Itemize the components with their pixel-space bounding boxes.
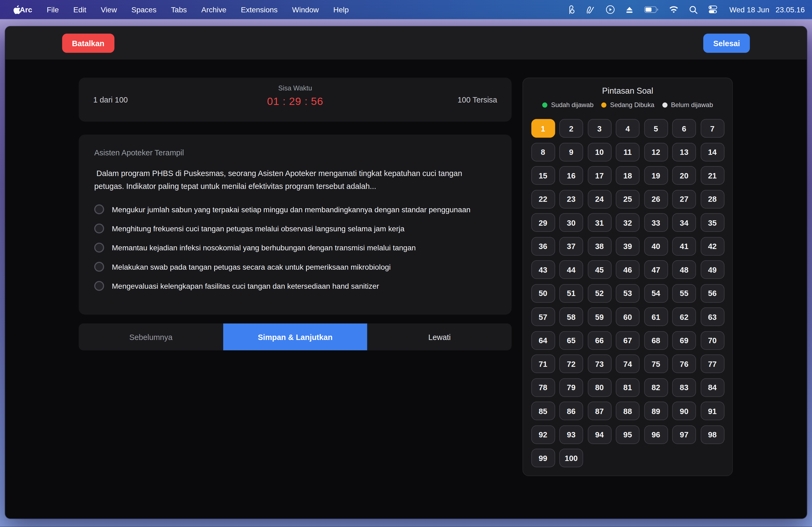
question-cell-71[interactable]: 71 (531, 355, 555, 373)
radio-button[interactable] (94, 262, 104, 272)
question-cell-57[interactable]: 57 (531, 307, 555, 326)
question-cell-78[interactable]: 78 (531, 378, 555, 396)
wifi-icon[interactable] (669, 6, 679, 13)
question-cell-24[interactable]: 24 (588, 190, 611, 208)
radio-button[interactable] (94, 243, 104, 253)
control-center-icon[interactable] (709, 5, 717, 14)
question-cell-42[interactable]: 42 (700, 237, 724, 255)
battery-icon[interactable] (644, 6, 658, 13)
previous-button[interactable]: Sebelumnya (79, 323, 223, 350)
question-cell-80[interactable]: 80 (588, 378, 611, 396)
save-continue-button[interactable]: Simpan & Lanjutkan (223, 323, 367, 350)
scribble-icon[interactable] (586, 5, 595, 14)
question-cell-67[interactable]: 67 (616, 331, 640, 349)
question-cell-79[interactable]: 79 (559, 378, 583, 396)
menu-archive[interactable]: Archive (201, 5, 226, 14)
question-cell-13[interactable]: 13 (672, 142, 696, 161)
question-cell-45[interactable]: 45 (588, 260, 611, 279)
question-cell-46[interactable]: 46 (616, 260, 640, 279)
question-cell-65[interactable]: 65 (559, 331, 583, 349)
question-cell-16[interactable]: 16 (559, 166, 583, 185)
question-cell-23[interactable]: 23 (559, 190, 583, 208)
question-cell-84[interactable]: 84 (700, 378, 724, 396)
question-cell-53[interactable]: 53 (616, 284, 640, 302)
question-cell-52[interactable]: 52 (588, 284, 611, 302)
question-cell-3[interactable]: 3 (588, 119, 611, 138)
answer-option-3[interactable]: Memantau kejadian infeksi nosokomial yan… (94, 238, 496, 257)
question-cell-66[interactable]: 66 (588, 331, 611, 349)
question-cell-6[interactable]: 6 (672, 119, 696, 138)
question-cell-99[interactable]: 99 (531, 449, 555, 467)
question-cell-47[interactable]: 47 (644, 260, 668, 279)
question-cell-35[interactable]: 35 (700, 213, 724, 232)
question-cell-68[interactable]: 68 (644, 331, 668, 349)
menu-app-name[interactable]: Arc (19, 5, 32, 14)
question-cell-69[interactable]: 69 (672, 331, 696, 349)
question-cell-22[interactable]: 22 (531, 190, 555, 208)
question-cell-75[interactable]: 75 (644, 355, 668, 373)
question-cell-51[interactable]: 51 (559, 284, 583, 302)
question-cell-91[interactable]: 91 (700, 402, 724, 420)
question-cell-88[interactable]: 88 (616, 402, 640, 420)
question-cell-19[interactable]: 19 (644, 166, 668, 185)
question-cell-12[interactable]: 12 (644, 142, 668, 161)
question-cell-18[interactable]: 18 (616, 166, 640, 185)
question-cell-93[interactable]: 93 (559, 425, 583, 443)
question-cell-56[interactable]: 56 (700, 284, 724, 302)
question-cell-54[interactable]: 54 (644, 284, 668, 302)
question-cell-95[interactable]: 95 (616, 425, 640, 443)
question-cell-8[interactable]: 8 (531, 142, 555, 161)
question-cell-55[interactable]: 55 (672, 284, 696, 302)
question-cell-97[interactable]: 97 (672, 425, 696, 443)
radio-button[interactable] (94, 224, 104, 234)
answer-option-1[interactable]: Mengukur jumlah sabun yang terpakai seti… (94, 200, 496, 219)
cancel-button[interactable]: Batalkan (62, 33, 114, 52)
question-cell-73[interactable]: 73 (588, 355, 611, 373)
question-cell-94[interactable]: 94 (588, 425, 611, 443)
menu-help[interactable]: Help (333, 5, 349, 14)
question-cell-28[interactable]: 28 (700, 190, 724, 208)
answer-option-5[interactable]: Mengevaluasi kelengkapan fasilitas cuci … (94, 276, 496, 296)
question-cell-14[interactable]: 14 (700, 142, 724, 161)
question-cell-7[interactable]: 7 (700, 119, 724, 138)
question-cell-9[interactable]: 9 (559, 142, 583, 161)
question-cell-77[interactable]: 77 (700, 355, 724, 373)
question-cell-33[interactable]: 33 (644, 213, 668, 232)
menu-extensions[interactable]: Extensions (241, 5, 278, 14)
skip-button[interactable]: Lewati (367, 323, 511, 350)
question-cell-100[interactable]: 100 (559, 449, 583, 467)
question-cell-83[interactable]: 83 (672, 378, 696, 396)
question-cell-11[interactable]: 11 (616, 142, 640, 161)
question-cell-1[interactable]: 1 (531, 119, 555, 138)
question-cell-2[interactable]: 2 (559, 119, 583, 138)
question-cell-40[interactable]: 40 (644, 237, 668, 255)
question-cell-17[interactable]: 17 (588, 166, 611, 185)
menu-file[interactable]: File (47, 5, 59, 14)
question-cell-92[interactable]: 92 (531, 425, 555, 443)
question-cell-76[interactable]: 76 (672, 355, 696, 373)
question-cell-61[interactable]: 61 (644, 307, 668, 326)
question-cell-87[interactable]: 87 (588, 402, 611, 420)
radio-button[interactable] (94, 205, 104, 214)
question-cell-41[interactable]: 41 (672, 237, 696, 255)
question-cell-48[interactable]: 48 (672, 260, 696, 279)
menu-tabs[interactable]: Tabs (171, 5, 187, 14)
question-cell-20[interactable]: 20 (672, 166, 696, 185)
question-cell-26[interactable]: 26 (644, 190, 668, 208)
question-cell-32[interactable]: 32 (616, 213, 640, 232)
search-icon[interactable] (690, 5, 698, 14)
question-cell-60[interactable]: 60 (616, 307, 640, 326)
question-cell-85[interactable]: 85 (531, 402, 555, 420)
menu-view[interactable]: View (101, 5, 117, 14)
answer-option-4[interactable]: Melakukan swab pada tangan petugas secar… (94, 257, 496, 276)
question-cell-25[interactable]: 25 (616, 190, 640, 208)
question-cell-90[interactable]: 90 (672, 402, 696, 420)
question-cell-86[interactable]: 86 (559, 402, 583, 420)
question-cell-29[interactable]: 29 (531, 213, 555, 232)
question-cell-30[interactable]: 30 (559, 213, 583, 232)
question-cell-96[interactable]: 96 (644, 425, 668, 443)
question-cell-82[interactable]: 82 (644, 378, 668, 396)
menu-window[interactable]: Window (292, 5, 319, 14)
menu-spaces[interactable]: Spaces (131, 5, 156, 14)
question-cell-58[interactable]: 58 (559, 307, 583, 326)
